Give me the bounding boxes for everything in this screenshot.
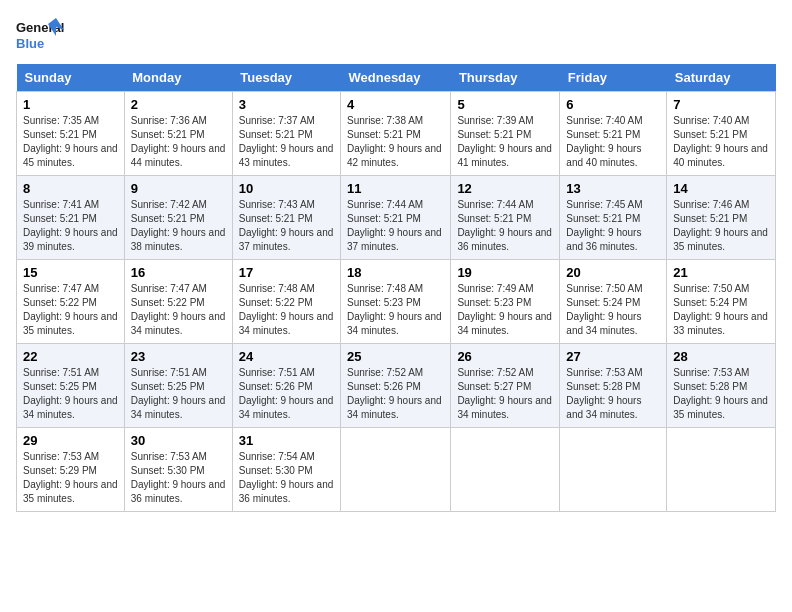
day-number: 25 (347, 349, 444, 364)
day-info: Sunrise: 7:40 AMSunset: 5:21 PMDaylight:… (673, 115, 768, 168)
weekday-friday: Friday (560, 64, 667, 92)
day-info: Sunrise: 7:43 AMSunset: 5:21 PMDaylight:… (239, 199, 334, 252)
day-info: Sunrise: 7:52 AMSunset: 5:26 PMDaylight:… (347, 367, 442, 420)
day-info: Sunrise: 7:49 AMSunset: 5:23 PMDaylight:… (457, 283, 552, 336)
day-cell: 3 Sunrise: 7:37 AMSunset: 5:21 PMDayligh… (232, 92, 340, 176)
day-number: 26 (457, 349, 553, 364)
day-info: Sunrise: 7:51 AMSunset: 5:25 PMDaylight:… (131, 367, 226, 420)
day-number: 8 (23, 181, 118, 196)
day-number: 1 (23, 97, 118, 112)
day-cell: 6 Sunrise: 7:40 AMSunset: 5:21 PMDayligh… (560, 92, 667, 176)
day-cell: 31 Sunrise: 7:54 AMSunset: 5:30 PMDaylig… (232, 428, 340, 512)
weekday-monday: Monday (124, 64, 232, 92)
day-cell: 18 Sunrise: 7:48 AMSunset: 5:23 PMDaylig… (341, 260, 451, 344)
day-info: Sunrise: 7:50 AMSunset: 5:24 PMDaylight:… (673, 283, 768, 336)
day-number: 19 (457, 265, 553, 280)
day-cell: 7 Sunrise: 7:40 AMSunset: 5:21 PMDayligh… (667, 92, 776, 176)
day-number: 20 (566, 265, 660, 280)
day-info: Sunrise: 7:53 AMSunset: 5:28 PMDaylight:… (673, 367, 768, 420)
week-row-2: 8 Sunrise: 7:41 AMSunset: 5:21 PMDayligh… (17, 176, 776, 260)
week-row-5: 29 Sunrise: 7:53 AMSunset: 5:29 PMDaylig… (17, 428, 776, 512)
day-number: 16 (131, 265, 226, 280)
week-row-4: 22 Sunrise: 7:51 AMSunset: 5:25 PMDaylig… (17, 344, 776, 428)
day-number: 23 (131, 349, 226, 364)
day-number: 2 (131, 97, 226, 112)
day-cell: 16 Sunrise: 7:47 AMSunset: 5:22 PMDaylig… (124, 260, 232, 344)
day-number: 30 (131, 433, 226, 448)
day-number: 7 (673, 97, 769, 112)
day-cell: 23 Sunrise: 7:51 AMSunset: 5:25 PMDaylig… (124, 344, 232, 428)
day-number: 22 (23, 349, 118, 364)
day-number: 24 (239, 349, 334, 364)
day-number: 17 (239, 265, 334, 280)
day-number: 27 (566, 349, 660, 364)
day-cell: 11 Sunrise: 7:44 AMSunset: 5:21 PMDaylig… (341, 176, 451, 260)
day-cell: 20 Sunrise: 7:50 AMSunset: 5:24 PMDaylig… (560, 260, 667, 344)
day-info: Sunrise: 7:37 AMSunset: 5:21 PMDaylight:… (239, 115, 334, 168)
logo: General Blue (16, 16, 64, 54)
day-number: 10 (239, 181, 334, 196)
day-number: 13 (566, 181, 660, 196)
day-number: 4 (347, 97, 444, 112)
day-cell: 13 Sunrise: 7:45 AMSunset: 5:21 PMDaylig… (560, 176, 667, 260)
day-cell (560, 428, 667, 512)
header: General Blue (16, 16, 776, 54)
weekday-sunday: Sunday (17, 64, 125, 92)
day-cell: 14 Sunrise: 7:46 AMSunset: 5:21 PMDaylig… (667, 176, 776, 260)
day-cell: 2 Sunrise: 7:36 AMSunset: 5:21 PMDayligh… (124, 92, 232, 176)
week-row-3: 15 Sunrise: 7:47 AMSunset: 5:22 PMDaylig… (17, 260, 776, 344)
day-info: Sunrise: 7:40 AMSunset: 5:21 PMDaylight:… (566, 115, 642, 168)
day-cell: 10 Sunrise: 7:43 AMSunset: 5:21 PMDaylig… (232, 176, 340, 260)
day-cell: 22 Sunrise: 7:51 AMSunset: 5:25 PMDaylig… (17, 344, 125, 428)
day-info: Sunrise: 7:41 AMSunset: 5:21 PMDaylight:… (23, 199, 118, 252)
day-info: Sunrise: 7:42 AMSunset: 5:21 PMDaylight:… (131, 199, 226, 252)
day-number: 11 (347, 181, 444, 196)
day-info: Sunrise: 7:38 AMSunset: 5:21 PMDaylight:… (347, 115, 442, 168)
day-info: Sunrise: 7:53 AMSunset: 5:29 PMDaylight:… (23, 451, 118, 504)
day-info: Sunrise: 7:51 AMSunset: 5:25 PMDaylight:… (23, 367, 118, 420)
day-info: Sunrise: 7:48 AMSunset: 5:23 PMDaylight:… (347, 283, 442, 336)
day-cell: 1 Sunrise: 7:35 AMSunset: 5:21 PMDayligh… (17, 92, 125, 176)
day-number: 18 (347, 265, 444, 280)
day-cell: 27 Sunrise: 7:53 AMSunset: 5:28 PMDaylig… (560, 344, 667, 428)
day-info: Sunrise: 7:52 AMSunset: 5:27 PMDaylight:… (457, 367, 552, 420)
day-cell (667, 428, 776, 512)
day-info: Sunrise: 7:50 AMSunset: 5:24 PMDaylight:… (566, 283, 642, 336)
day-number: 14 (673, 181, 769, 196)
day-number: 21 (673, 265, 769, 280)
day-cell: 24 Sunrise: 7:51 AMSunset: 5:26 PMDaylig… (232, 344, 340, 428)
day-info: Sunrise: 7:51 AMSunset: 5:26 PMDaylight:… (239, 367, 334, 420)
day-info: Sunrise: 7:35 AMSunset: 5:21 PMDaylight:… (23, 115, 118, 168)
day-number: 6 (566, 97, 660, 112)
day-info: Sunrise: 7:53 AMSunset: 5:30 PMDaylight:… (131, 451, 226, 504)
day-number: 28 (673, 349, 769, 364)
day-number: 12 (457, 181, 553, 196)
day-cell: 12 Sunrise: 7:44 AMSunset: 5:21 PMDaylig… (451, 176, 560, 260)
day-cell: 8 Sunrise: 7:41 AMSunset: 5:21 PMDayligh… (17, 176, 125, 260)
day-cell: 19 Sunrise: 7:49 AMSunset: 5:23 PMDaylig… (451, 260, 560, 344)
day-info: Sunrise: 7:39 AMSunset: 5:21 PMDaylight:… (457, 115, 552, 168)
svg-text:Blue: Blue (16, 36, 44, 51)
day-info: Sunrise: 7:54 AMSunset: 5:30 PMDaylight:… (239, 451, 334, 504)
day-cell: 29 Sunrise: 7:53 AMSunset: 5:29 PMDaylig… (17, 428, 125, 512)
day-cell: 26 Sunrise: 7:52 AMSunset: 5:27 PMDaylig… (451, 344, 560, 428)
day-cell: 21 Sunrise: 7:50 AMSunset: 5:24 PMDaylig… (667, 260, 776, 344)
day-cell: 17 Sunrise: 7:48 AMSunset: 5:22 PMDaylig… (232, 260, 340, 344)
weekday-saturday: Saturday (667, 64, 776, 92)
day-info: Sunrise: 7:47 AMSunset: 5:22 PMDaylight:… (23, 283, 118, 336)
calendar-body: 1 Sunrise: 7:35 AMSunset: 5:21 PMDayligh… (17, 92, 776, 512)
weekday-wednesday: Wednesday (341, 64, 451, 92)
day-info: Sunrise: 7:44 AMSunset: 5:21 PMDaylight:… (347, 199, 442, 252)
day-cell (451, 428, 560, 512)
day-number: 31 (239, 433, 334, 448)
day-cell (341, 428, 451, 512)
day-number: 9 (131, 181, 226, 196)
calendar: SundayMondayTuesdayWednesdayThursdayFrid… (16, 64, 776, 512)
weekday-thursday: Thursday (451, 64, 560, 92)
day-info: Sunrise: 7:45 AMSunset: 5:21 PMDaylight:… (566, 199, 642, 252)
day-info: Sunrise: 7:48 AMSunset: 5:22 PMDaylight:… (239, 283, 334, 336)
day-cell: 5 Sunrise: 7:39 AMSunset: 5:21 PMDayligh… (451, 92, 560, 176)
day-info: Sunrise: 7:36 AMSunset: 5:21 PMDaylight:… (131, 115, 226, 168)
weekday-header: SundayMondayTuesdayWednesdayThursdayFrid… (17, 64, 776, 92)
day-cell: 4 Sunrise: 7:38 AMSunset: 5:21 PMDayligh… (341, 92, 451, 176)
